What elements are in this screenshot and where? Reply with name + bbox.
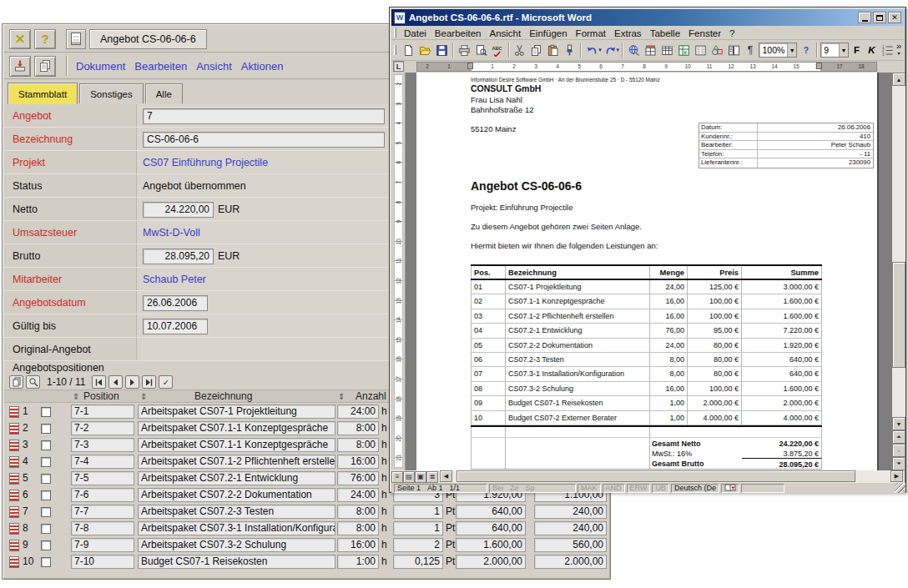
indent-marker-left[interactable]: [467, 63, 473, 69]
zoom-dropdown-icon[interactable]: ▼: [787, 43, 796, 57]
position-cell[interactable]: 7-1: [71, 405, 134, 419]
open-icon[interactable]: [417, 42, 433, 58]
anzahl-cell[interactable]: 24:00: [337, 405, 379, 419]
anzahl-cell[interactable]: 76:00: [337, 471, 379, 485]
position-item-icon[interactable]: [9, 540, 19, 551]
word-menu-item[interactable]: Format: [572, 28, 610, 38]
word-menu-item[interactable]: Fenster: [684, 28, 725, 38]
bezeichnung-cell[interactable]: Arbeitspaket CS07.2-3 Testen: [138, 505, 335, 519]
numbering-icon[interactable]: 123: [880, 42, 895, 58]
row-checkbox[interactable]: [41, 540, 51, 550]
position-cell[interactable]: 7-9: [71, 538, 134, 552]
position-item-icon[interactable]: [9, 440, 19, 451]
app-menu-item[interactable]: Bearbeiten: [134, 60, 187, 73]
anzahl-cell[interactable]: 8:00: [337, 505, 379, 519]
menubar-handle[interactable]: [394, 28, 396, 38]
maximize-icon[interactable]: [873, 12, 886, 23]
preis-cell[interactable]: 2.000,00: [456, 555, 526, 569]
position-item-icon[interactable]: [9, 456, 19, 468]
bold-button[interactable]: F: [850, 42, 864, 58]
text-input[interactable]: CS-06-06-6: [143, 132, 385, 148]
search-icon[interactable]: [26, 375, 40, 389]
tab-selector[interactable]: L: [393, 61, 404, 72]
position-item-icon[interactable]: [9, 556, 19, 568]
word-menu-item[interactable]: Bearbeiten: [431, 28, 486, 38]
row-checkbox[interactable]: [41, 557, 51, 567]
sort-anzahl[interactable]: ⇕: [338, 390, 349, 403]
field-link[interactable]: MwSt-D-Voll: [143, 227, 200, 239]
position-item-icon[interactable]: [9, 506, 19, 518]
horizontal-scroll-thumb[interactable]: [457, 470, 855, 482]
date-input[interactable]: 10.07.2006: [143, 319, 208, 334]
days-cell[interactable]: 1: [393, 505, 443, 519]
vertical-ruler[interactable]: 23456789101112131415161718192021: [391, 73, 406, 470]
mode-toggle[interactable]: ÄND: [603, 484, 625, 493]
app-menu-item[interactable]: Dokument: [76, 60, 125, 73]
mode-toggle[interactable]: ERW: [627, 484, 651, 493]
window-title-tab[interactable]: Angebot CS-06-06-6: [89, 29, 207, 49]
select-all-icon[interactable]: ✓: [159, 375, 173, 389]
app-tab[interactable]: Sonstiges: [79, 83, 144, 103]
days-cell[interactable]: 2: [393, 538, 443, 552]
bezeichnung-cell[interactable]: Arbeitspaket CS07.1-1 Konzeptgespräche: [138, 421, 335, 435]
preis-cell[interactable]: 1.600,00: [456, 538, 526, 552]
browse-object-icon[interactable]: ◦: [892, 444, 905, 457]
row-checkbox[interactable]: [41, 424, 51, 434]
redo-dropdown-icon[interactable]: ▾: [617, 47, 620, 53]
anzahl-cell[interactable]: 16:00: [337, 455, 379, 469]
insert-table-icon[interactable]: [659, 42, 675, 58]
scroll-down-icon[interactable]: ▼: [892, 417, 905, 430]
anzahl-cell[interactable]: 24:00: [337, 488, 379, 502]
app-menu-item[interactable]: Ansicht: [196, 60, 232, 73]
minimize-icon[interactable]: [858, 12, 871, 23]
date-input[interactable]: 26.06.2006: [143, 295, 208, 311]
preis-cell[interactable]: 640,00: [456, 505, 526, 519]
field-link[interactable]: CS07 Einführung Projectile: [143, 157, 268, 168]
document-icon[interactable]: [66, 29, 86, 49]
position-item-icon[interactable]: [9, 473, 19, 485]
text-input[interactable]: 7: [143, 108, 385, 124]
anzahl-cell[interactable]: 1:00: [337, 555, 379, 569]
zoom-select[interactable]: 100%▼: [759, 43, 797, 58]
anzahl-cell[interactable]: 8:00: [337, 421, 379, 435]
first-page-icon[interactable]: [92, 375, 106, 389]
position-cell[interactable]: 7-2: [71, 421, 134, 435]
format-painter-icon[interactable]: [562, 42, 578, 58]
bezeichnung-cell[interactable]: Arbeitspaket CS07.2-1 Entwicklung: [138, 471, 335, 485]
normal-view-icon[interactable]: ≡: [391, 471, 403, 483]
row-checkbox[interactable]: [41, 474, 51, 484]
word-menu-item[interactable]: Datei: [400, 28, 431, 38]
new-document-icon[interactable]: [401, 42, 416, 58]
document-page[interactable]: Information Desire Software GmbH · An de…: [416, 73, 877, 470]
kosten-cell[interactable]: 560,00: [534, 538, 607, 552]
insert-excel-table-icon[interactable]: X: [676, 42, 692, 58]
vertical-scrollbar[interactable]: ▲ ▼ ⏶ ◦ ⏷: [892, 73, 905, 470]
position-item-icon[interactable]: [9, 523, 19, 535]
app-tab[interactable]: Stammblatt: [8, 83, 78, 104]
word-menu-item[interactable]: Tabelle: [646, 28, 684, 38]
save-icon[interactable]: [434, 42, 450, 58]
bezeichnung-cell[interactable]: Arbeitspaket CS07.2-2 Dokumentation: [138, 488, 335, 502]
copy-icon[interactable]: [528, 42, 544, 58]
row-checkbox[interactable]: [41, 457, 51, 467]
position-cell[interactable]: 7-8: [71, 521, 134, 535]
amount-input[interactable]: 24.220,00: [143, 202, 214, 218]
columns-icon[interactable]: [693, 42, 709, 58]
horizontal-ruler[interactable]: L 21123456789101112131415161718: [391, 61, 904, 73]
word-menu-item[interactable]: Einfügen: [525, 28, 571, 38]
kosten-cell[interactable]: 2.000,00: [534, 555, 607, 569]
help-icon[interactable]: ?: [34, 29, 56, 49]
tables-and-borders-icon[interactable]: [643, 42, 658, 58]
vertical-scroll-thumb[interactable]: [892, 262, 905, 368]
mode-toggle[interactable]: ÜB: [652, 484, 669, 493]
sort-position[interactable]: ⇕Position: [73, 390, 119, 403]
app-tab[interactable]: Alle: [145, 83, 183, 103]
next-page-icon[interactable]: ⏷: [892, 457, 905, 470]
scroll-right-icon[interactable]: ▶: [890, 470, 903, 482]
next-page-icon[interactable]: [125, 375, 139, 389]
bezeichnung-cell[interactable]: Budget CS07-1 Reisekosten: [138, 555, 335, 569]
outline-view-icon[interactable]: ≣: [426, 471, 438, 483]
row-checkbox[interactable]: [41, 507, 51, 517]
row-checkbox[interactable]: [41, 524, 51, 534]
bezeichnung-cell[interactable]: Arbeitspaket CS07.3-1 Installation/Konfi…: [138, 521, 335, 535]
